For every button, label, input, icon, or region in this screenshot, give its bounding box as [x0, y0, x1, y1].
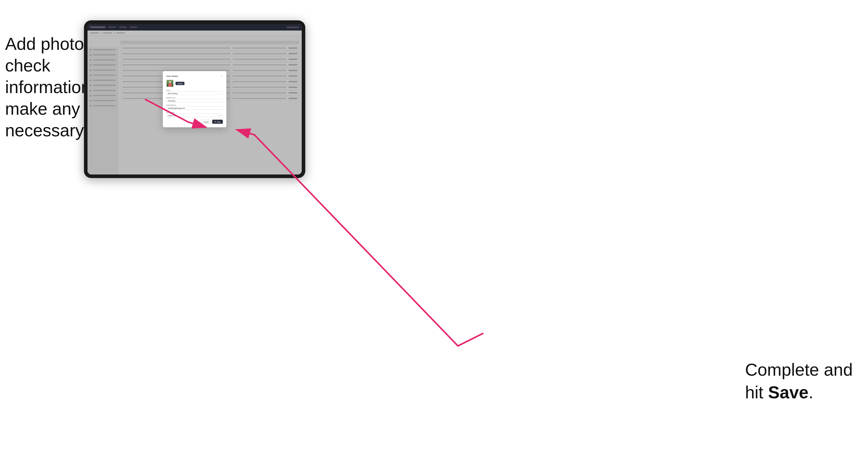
save-icon: ⬆ — [214, 121, 216, 123]
photo-section: Upload — [166, 80, 223, 87]
user-details-modal: User details × Upload Name Blair McHarg … — [163, 71, 226, 127]
select-controls: × ▲▼ — [218, 115, 221, 116]
annotation-right-line2: hit — [745, 382, 768, 402]
user-photo-image — [167, 80, 173, 87]
chevron-icon: ▲▼ — [219, 115, 221, 116]
upload-photo-button[interactable]: Upload — [176, 82, 184, 85]
modal-footer: Cancel ⬆ Save — [166, 120, 223, 124]
school-year-value: Fourth Year — [168, 115, 177, 116]
tablet-frame: User details × Upload Name Blair McHarg … — [84, 20, 305, 178]
school-year-select[interactable]: Fourth Year × ▲▼ — [166, 114, 223, 117]
email-input[interactable]: test@clippdcollege.edu — [166, 106, 223, 110]
name-input[interactable]: Blair McHarg — [166, 92, 223, 95]
cancel-button[interactable]: Cancel — [201, 120, 211, 124]
tablet-screen: User details × Upload Name Blair McHarg … — [88, 24, 302, 175]
email-label: Email address — [166, 104, 223, 106]
save-label: Save — [217, 121, 221, 123]
email-field-group: Email address test@clippdcollege.edu — [166, 104, 223, 110]
school-year-field-group: School Year Fourth Year × ▲▼ — [166, 112, 223, 117]
user-photo-thumbnail — [166, 80, 174, 87]
display-name-input[interactable]: B.McHarg — [166, 99, 223, 102]
display-name-label: Display name — [166, 97, 223, 98]
name-label: Name — [166, 90, 223, 91]
annotation-right-line1: Complete and — [745, 360, 853, 379]
display-name-field-group: Display name B.McHarg — [166, 97, 223, 102]
close-button[interactable]: × — [220, 75, 223, 77]
name-field-group: Name Blair McHarg — [166, 90, 223, 95]
annotation-right: Complete and hit Save. — [745, 359, 853, 403]
modal-title-row: User details × — [166, 75, 223, 77]
school-year-label: School Year — [166, 112, 223, 113]
save-button[interactable]: ⬆ Save — [212, 120, 223, 124]
annotation-right-bold: Save — [768, 382, 808, 402]
clear-icon[interactable]: × — [218, 115, 219, 116]
annotation-right-end: . — [808, 382, 813, 402]
modal-title: User details — [166, 75, 178, 77]
